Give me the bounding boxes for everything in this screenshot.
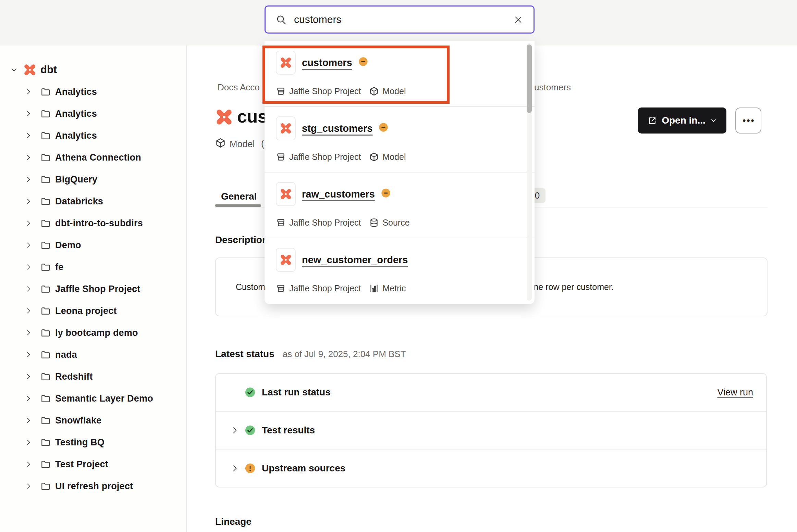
sidebar-item-ui-refresh-project[interactable]: UI refresh project bbox=[0, 475, 186, 497]
sidebar-item-label: ly bootcamp demo bbox=[55, 328, 138, 338]
sidebar-item-ly-bootcamp-demo[interactable]: ly bootcamp demo bbox=[0, 322, 186, 344]
chevron-down-icon[interactable] bbox=[10, 66, 18, 74]
chevron-right-icon[interactable] bbox=[25, 110, 32, 117]
sidebar-item-bigquery[interactable]: BigQuery bbox=[0, 168, 186, 190]
result-name-link[interactable]: customers bbox=[302, 57, 352, 68]
sidebar-item-test-project[interactable]: Test Project bbox=[0, 453, 186, 475]
sidebar-item-dbt-intro-to-subdirs[interactable]: dbt-intro-to-subdirs bbox=[0, 212, 186, 234]
model-cube-icon bbox=[215, 138, 226, 148]
sidebar-item-fe[interactable]: fe bbox=[0, 256, 186, 278]
result-tile bbox=[276, 248, 296, 272]
latest-status-heading: Latest status bbox=[215, 349, 274, 359]
chevron-right-icon[interactable] bbox=[25, 198, 32, 205]
sidebar-item-leona-project[interactable]: Leona project bbox=[0, 300, 186, 322]
chevron-right-icon[interactable] bbox=[25, 219, 32, 227]
result-tile bbox=[276, 51, 296, 75]
chevron-right-icon[interactable] bbox=[25, 132, 32, 139]
dbt-explorer-page: dbt Analytics Analytics Analytics Athen bbox=[0, 0, 797, 532]
result-name-link[interactable]: new_customer_orders bbox=[302, 254, 408, 266]
sidebar-item-label: Semantic Layer Demo bbox=[55, 393, 153, 404]
search-icon bbox=[276, 14, 286, 25]
sidebar-item-label: UI refresh project bbox=[55, 481, 133, 492]
search-result-raw-customers[interactable]: raw_customers Jaffle Shop Project Source bbox=[265, 173, 535, 238]
chevron-right-icon[interactable] bbox=[25, 154, 32, 161]
sidebar-item-label: nada bbox=[55, 350, 77, 360]
test-results-label: Test results bbox=[262, 425, 315, 436]
sidebar-item-snowflake[interactable]: Snowflake bbox=[0, 409, 186, 431]
folder-icon bbox=[40, 394, 50, 404]
sidebar-item-label: Analytics bbox=[55, 130, 97, 141]
search-result-new-customer-orders[interactable]: new_customer_orders Jaffle Shop Project … bbox=[265, 238, 535, 304]
dropdown-scrollbar-thumb[interactable] bbox=[527, 45, 532, 113]
chevron-right-icon[interactable] bbox=[25, 307, 32, 315]
chevron-right-icon[interactable] bbox=[25, 417, 32, 424]
search-result-stg-customers[interactable]: stg_customers Jaffle Shop Project Model bbox=[265, 107, 535, 173]
chevron-right-icon[interactable] bbox=[25, 263, 32, 271]
sidebar-item-semantic-layer-demo[interactable]: Semantic Layer Demo bbox=[0, 388, 186, 409]
project-package-icon bbox=[276, 152, 286, 162]
sidebar-item-athena-connection[interactable]: Athena Connection bbox=[0, 147, 186, 168]
chevron-right-icon[interactable] bbox=[230, 426, 239, 435]
chevron-right-icon[interactable] bbox=[25, 395, 32, 402]
sidebar-item-redshift[interactable]: Redshift bbox=[0, 366, 186, 388]
more-actions-button[interactable]: ••• bbox=[735, 107, 761, 134]
breadcrumb-tail: customers bbox=[530, 82, 571, 93]
result-name-link[interactable]: raw_customers bbox=[302, 189, 375, 200]
folder-icon bbox=[40, 262, 50, 272]
folder-icon bbox=[40, 240, 50, 250]
search-results-dropdown: customers Jaffle Shop Project Model stg_… bbox=[265, 41, 535, 304]
chevron-right-icon[interactable] bbox=[25, 88, 32, 96]
chevron-right-icon[interactable] bbox=[25, 373, 32, 380]
sidebar-item-analytics-2[interactable]: Analytics bbox=[0, 103, 186, 125]
search-result-customers[interactable]: customers Jaffle Shop Project Model bbox=[265, 41, 535, 107]
ellipsis-icon: ••• bbox=[741, 115, 755, 126]
sidebar-item-testing-bq[interactable]: Testing BQ bbox=[0, 431, 186, 453]
warning-icon bbox=[245, 463, 256, 474]
folder-icon bbox=[40, 306, 50, 316]
result-project-label: Jaffle Shop Project bbox=[289, 86, 361, 96]
sidebar-item-analytics-3[interactable]: Analytics bbox=[0, 125, 186, 147]
result-tile bbox=[276, 116, 296, 140]
search-input[interactable] bbox=[294, 14, 513, 25]
result-type-label: Model bbox=[382, 86, 406, 96]
access-badge-icon bbox=[380, 188, 391, 199]
latest-status-card: Last run status View run Test results Up… bbox=[215, 373, 767, 487]
folder-icon bbox=[40, 284, 50, 294]
dbt-logo-icon bbox=[280, 254, 292, 266]
sidebar-item-dbt-root[interactable]: dbt bbox=[0, 59, 186, 81]
sidebar-item-jaffle-shop-project[interactable]: Jaffle Shop Project bbox=[0, 278, 186, 300]
success-check-icon bbox=[245, 425, 256, 436]
test-results-row[interactable]: Test results bbox=[216, 411, 766, 449]
chevron-right-icon[interactable] bbox=[25, 241, 32, 249]
dbt-logo-icon bbox=[280, 188, 292, 200]
sidebar-item-nada[interactable]: nada bbox=[0, 344, 186, 366]
model-cube-icon bbox=[369, 152, 379, 162]
view-run-link[interactable]: View run bbox=[717, 387, 753, 398]
sidebar-item-demo[interactable]: Demo bbox=[0, 234, 186, 256]
chevron-right-icon[interactable] bbox=[25, 351, 32, 358]
upstream-sources-row[interactable]: Upstream sources bbox=[216, 449, 766, 487]
chevron-right-icon[interactable] bbox=[25, 285, 32, 293]
open-in-button[interactable]: Open in... bbox=[638, 107, 726, 134]
chevron-right-icon[interactable] bbox=[25, 329, 32, 337]
result-name-link[interactable]: stg_customers bbox=[302, 123, 372, 134]
result-tile bbox=[276, 182, 296, 206]
sidebar-item-databricks[interactable]: Databricks bbox=[0, 190, 186, 212]
sidebar-item-label: Databricks bbox=[55, 196, 103, 207]
tab-general[interactable]: General bbox=[221, 191, 257, 202]
chevron-right-icon[interactable] bbox=[25, 439, 32, 446]
chevron-right-icon[interactable] bbox=[230, 464, 239, 473]
close-icon[interactable] bbox=[513, 15, 523, 25]
open-in-label: Open in... bbox=[662, 115, 706, 126]
chevron-right-icon[interactable] bbox=[25, 482, 32, 490]
global-search-bar[interactable] bbox=[265, 5, 535, 34]
sidebar-item-analytics-1[interactable]: Analytics bbox=[0, 81, 186, 103]
active-tab-underline bbox=[215, 204, 261, 207]
chevron-right-icon[interactable] bbox=[25, 176, 32, 183]
dbt-logo-icon bbox=[23, 63, 36, 76]
chevron-right-icon[interactable] bbox=[25, 460, 32, 468]
result-type-label: Model bbox=[382, 152, 406, 162]
dbt-logo-icon bbox=[280, 122, 292, 135]
result-project-label: Jaffle Shop Project bbox=[289, 283, 361, 293]
metric-chart-icon bbox=[369, 283, 379, 293]
